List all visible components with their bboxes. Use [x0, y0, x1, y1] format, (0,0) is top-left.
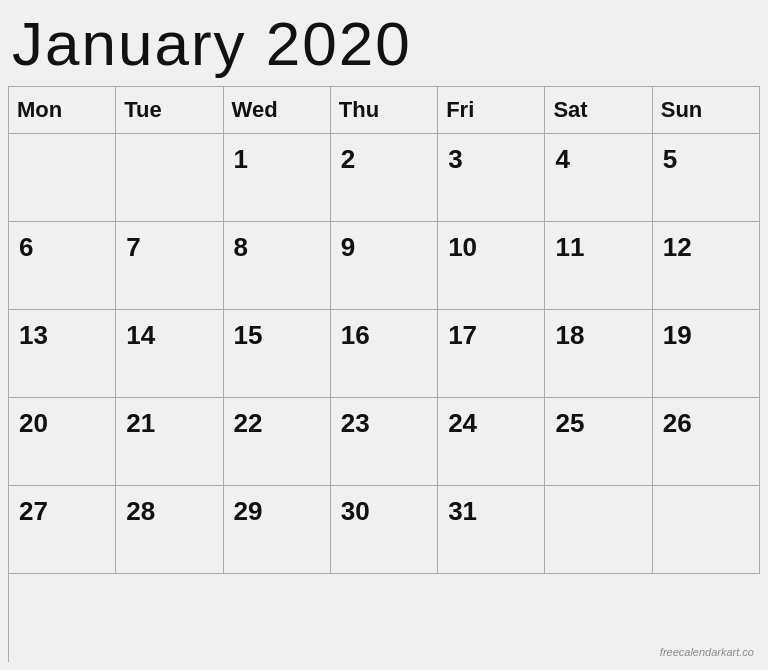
day-cell: 2 [331, 134, 438, 222]
header-tue: Tue [116, 87, 223, 134]
day-cell: 12 [653, 222, 760, 310]
header-mon: Mon [9, 87, 116, 134]
day-cell: 15 [224, 310, 331, 398]
header-fri: Fri [438, 87, 545, 134]
day-cell: 22 [224, 398, 331, 486]
day-cell [653, 486, 760, 574]
day-cell: 9 [331, 222, 438, 310]
day-cell [9, 134, 116, 222]
day-cell: 21 [116, 398, 223, 486]
day-cell: 31 [438, 486, 545, 574]
day-cell: 13 [9, 310, 116, 398]
day-cell: 14 [116, 310, 223, 398]
day-cell: 20 [9, 398, 116, 486]
day-cell: 23 [331, 398, 438, 486]
day-cell: 18 [545, 310, 652, 398]
watermark: freecalendarkart.co [660, 646, 754, 658]
day-cell: 11 [545, 222, 652, 310]
day-cell: 3 [438, 134, 545, 222]
day-cell: 19 [653, 310, 760, 398]
header-sun: Sun [653, 87, 760, 134]
day-cell: 28 [116, 486, 223, 574]
header-wed: Wed [224, 87, 331, 134]
day-cell: 6 [9, 222, 116, 310]
day-cell [116, 134, 223, 222]
calendar-grid: Mon Tue Wed Thu Fri Sat Sun 1 2 3 4 5 6 … [8, 86, 760, 662]
day-cell: 5 [653, 134, 760, 222]
calendar-container: January 2020 Mon Tue Wed Thu Fri Sat Sun… [0, 0, 768, 670]
day-cell: 17 [438, 310, 545, 398]
day-cell: 4 [545, 134, 652, 222]
day-cell: 7 [116, 222, 223, 310]
day-cell: 25 [545, 398, 652, 486]
header-thu: Thu [331, 87, 438, 134]
day-cell: 24 [438, 398, 545, 486]
day-cell: 29 [224, 486, 331, 574]
day-cell [545, 486, 652, 574]
header-sat: Sat [545, 87, 652, 134]
day-cell: 27 [9, 486, 116, 574]
day-cell: 30 [331, 486, 438, 574]
day-cell: 26 [653, 398, 760, 486]
calendar-title: January 2020 [8, 10, 760, 86]
day-cell: 10 [438, 222, 545, 310]
day-cell: 1 [224, 134, 331, 222]
day-cell: 16 [331, 310, 438, 398]
day-cell: 8 [224, 222, 331, 310]
